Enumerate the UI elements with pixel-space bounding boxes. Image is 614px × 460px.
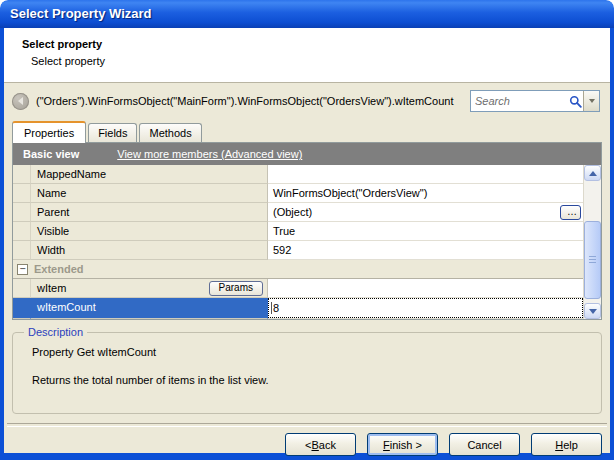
property-rows: MappedName Name WinFormsObject("OrdersVi… xyxy=(13,165,583,319)
page-subtitle: Select property xyxy=(4,50,610,67)
table-row[interactable]: Width 592 xyxy=(13,241,583,260)
window-title: Select Property Wizard xyxy=(10,6,151,21)
row-margin xyxy=(13,241,31,260)
row-margin xyxy=(13,222,31,241)
vertical-scrollbar[interactable] xyxy=(583,165,601,319)
ellipsis-button[interactable]: … xyxy=(560,205,581,220)
tab-strip: Properties Fields Methods xyxy=(12,121,610,142)
text-caret xyxy=(271,302,272,314)
row-margin xyxy=(13,184,31,203)
view-mode-bar: Basic view View more members (Advanced v… xyxy=(13,143,601,165)
property-value-cell[interactable]: 592 xyxy=(268,241,583,260)
chevron-up-icon xyxy=(589,171,597,176)
finish-label-accel: F xyxy=(383,439,390,451)
property-name: wItem xyxy=(37,279,66,297)
search-dropdown-button[interactable] xyxy=(583,91,599,111)
breadcrumb-row: ("Orders").WinFormsObject("MainForm").Wi… xyxy=(4,83,610,117)
property-name-cell[interactable]: Visible xyxy=(31,222,268,241)
dialog-body: Select property Select property ("Orders… xyxy=(0,28,614,460)
search-input[interactable] xyxy=(471,95,568,107)
property-name-cell[interactable]: Name xyxy=(31,184,268,203)
property-name-cell[interactable]: Parent xyxy=(31,203,268,222)
cancel-button[interactable]: Cancel xyxy=(449,433,520,456)
property-name-cell[interactable]: MappedName xyxy=(31,165,268,184)
property-name-cell[interactable]: wItemCount xyxy=(31,298,268,319)
property-value-cell[interactable]: WinFormsObject("OrdersView") xyxy=(268,184,583,203)
description-line1: Property Get wItemCount xyxy=(13,333,601,358)
value-edit-field[interactable]: 8 xyxy=(268,298,583,318)
property-value-cell[interactable] xyxy=(268,279,583,298)
tab-label: Methods xyxy=(149,127,191,139)
title-bar[interactable]: Select Property Wizard xyxy=(0,0,614,28)
table-row[interactable]: Name WinFormsObject("OrdersView") xyxy=(13,184,583,203)
table-row-selected[interactable]: wItemCount 8 xyxy=(13,298,583,319)
row-margin xyxy=(13,203,31,222)
row-margin xyxy=(13,279,31,298)
left-arrow-icon xyxy=(18,97,23,105)
scrollbar-track[interactable] xyxy=(584,181,601,303)
back-label-rest: ack xyxy=(319,439,336,451)
property-grid: MappedName Name WinFormsObject("OrdersVi… xyxy=(13,165,601,319)
row-margin xyxy=(13,298,31,319)
group-title: Extended xyxy=(34,263,84,275)
description-line2: Returns the total number of items in the… xyxy=(13,358,601,386)
help-label-rest: elp xyxy=(563,439,578,451)
description-legend: Description xyxy=(24,326,87,338)
back-icon[interactable] xyxy=(12,93,29,110)
properties-panel: Basic view View more members (Advanced v… xyxy=(12,142,602,320)
tab-fields[interactable]: Fields xyxy=(88,123,137,142)
finish-label-rest: inish > xyxy=(390,439,422,451)
view-mode-title: Basic view xyxy=(23,148,79,160)
edit-value: 8 xyxy=(273,299,279,317)
property-value-cell[interactable]: True xyxy=(268,222,583,241)
property-value-cell[interactable]: (Object) … xyxy=(268,203,583,222)
tab-properties[interactable]: Properties xyxy=(12,121,86,143)
help-button[interactable]: Help xyxy=(531,433,602,456)
select-property-wizard-dialog: Select Property Wizard Select property S… xyxy=(0,0,614,460)
tab-methods[interactable]: Methods xyxy=(139,123,201,142)
help-label-accel: H xyxy=(555,439,563,451)
scrollbar-up-button[interactable] xyxy=(584,165,601,181)
property-value-cell: 8 xyxy=(268,298,583,319)
chevron-down-icon xyxy=(589,309,597,314)
table-row[interactable]: MappedName xyxy=(13,165,583,184)
tab-label: Properties xyxy=(24,127,74,139)
description-groupbox: Description Property Get wItemCount Retu… xyxy=(12,332,602,414)
property-name-cell[interactable]: wItem Params xyxy=(31,279,268,298)
tab-label: Fields xyxy=(98,127,127,139)
collapse-icon[interactable]: − xyxy=(17,264,28,275)
params-button[interactable]: Params xyxy=(209,281,263,296)
cancel-label: Cancel xyxy=(467,439,501,451)
chevron-down-icon xyxy=(589,99,595,103)
back-label-accel: B xyxy=(311,439,318,451)
wizard-header: Select property Select property xyxy=(4,28,610,83)
table-row[interactable]: Visible True xyxy=(13,222,583,241)
back-button[interactable]: <Back xyxy=(285,433,356,456)
search-box xyxy=(470,90,600,112)
advanced-view-link[interactable]: View more members (Advanced view) xyxy=(117,148,302,160)
table-row[interactable]: Parent (Object) … xyxy=(13,203,583,222)
scrollbar-thumb[interactable] xyxy=(584,221,601,299)
group-row-extended[interactable]: − Extended xyxy=(13,260,583,279)
object-path: ("Orders").WinFormsObject("MainForm").Wi… xyxy=(36,95,463,107)
row-margin xyxy=(13,165,31,184)
finish-button[interactable]: Finish > xyxy=(367,433,438,456)
scrollbar-down-button[interactable] xyxy=(584,303,601,319)
separator xyxy=(7,423,607,427)
button-row: <Back Finish > Cancel Help xyxy=(4,433,602,456)
table-row[interactable]: wItem Params xyxy=(13,279,583,298)
property-name-cell[interactable]: Width xyxy=(31,241,268,260)
page-title: Select property xyxy=(4,28,610,50)
property-value: (Object) xyxy=(273,203,312,221)
property-value-cell[interactable] xyxy=(268,165,583,184)
search-icon[interactable] xyxy=(568,95,583,108)
